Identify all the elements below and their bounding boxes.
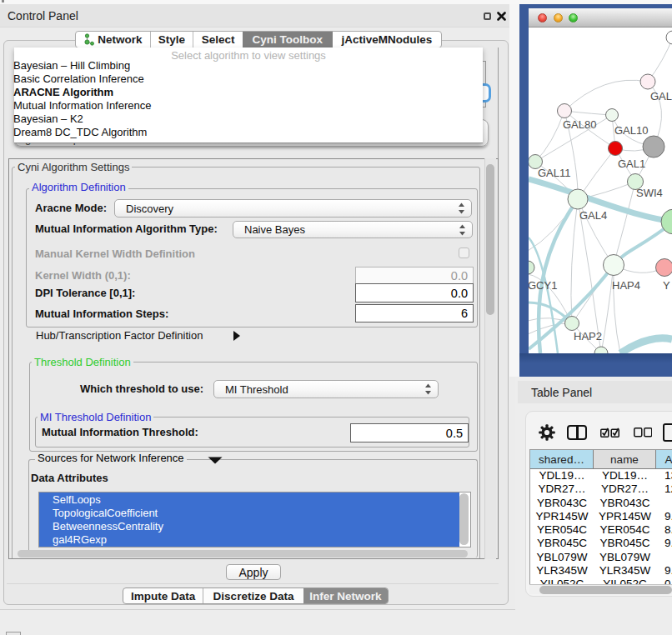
svg-text:GAL11: GAL11 bbox=[538, 167, 571, 179]
svg-text:GAL10: GAL10 bbox=[614, 124, 648, 137]
svg-text:GAL80: GAL80 bbox=[563, 118, 596, 131]
svg-text:Y: Y bbox=[663, 279, 670, 292]
svg-text:GAL4: GAL4 bbox=[579, 209, 607, 222]
svg-text:SWI4: SWI4 bbox=[636, 187, 663, 199]
svg-text:GCY1: GCY1 bbox=[529, 279, 557, 292]
svg-text:GAL1: GAL1 bbox=[618, 158, 645, 170]
svg-text:GAL7: GAL7 bbox=[650, 90, 672, 102]
svg-text:HAP2: HAP2 bbox=[574, 330, 602, 342]
svg-text:HAP4: HAP4 bbox=[612, 279, 640, 292]
